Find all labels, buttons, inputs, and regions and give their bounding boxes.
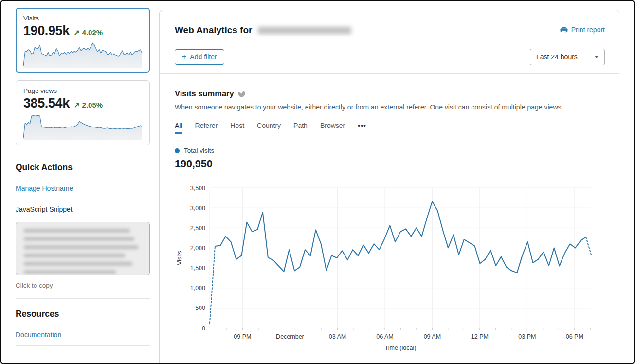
metric-label-visits: Visits <box>23 15 142 22</box>
svg-text:06 PM: 06 PM <box>566 333 583 340</box>
legend-label: Total visits <box>184 147 214 154</box>
metric-card-page-views[interactable]: Page views 385.54k ↗ 2.05% <box>16 80 150 145</box>
svg-text:3,000: 3,000 <box>190 205 205 212</box>
svg-text:03 AM: 03 AM <box>329 333 346 340</box>
metric-delta-value: 4.02% <box>82 28 103 36</box>
redacted-code-line <box>24 270 116 274</box>
divider <box>160 73 619 74</box>
resources-title: Resources <box>16 309 150 319</box>
add-filter-label: Add filter <box>190 53 217 61</box>
tab-referer[interactable]: Referer <box>195 122 218 134</box>
metric-label-page-views: Page views <box>23 87 142 94</box>
click-to-copy-hint: Click to copy <box>16 282 150 289</box>
summary-description: When someone navigates to your website, … <box>175 103 605 111</box>
page-title-text: Web Analytics for <box>175 25 252 36</box>
metric-value-visits: 190.95k <box>23 23 70 38</box>
svg-text:2,000: 2,000 <box>190 245 205 252</box>
redacted-code-line <box>24 254 125 257</box>
visits-time-series-chart[interactable]: 05001,0001,5002,0002,5003,0003,50009 PMD… <box>175 181 605 358</box>
summary-tabs: All Referer Host Country Path Browser ••… <box>175 122 605 134</box>
svg-text:December: December <box>276 333 304 340</box>
legend-dot-icon <box>175 148 180 153</box>
visits-sparkline-chart <box>23 40 142 68</box>
page-title: Web Analytics for <box>175 25 351 36</box>
svg-text:06 AM: 06 AM <box>376 333 393 340</box>
metric-delta-visits: ↗ 4.02% <box>74 28 103 37</box>
tab-country[interactable]: Country <box>257 122 281 134</box>
svg-text:1,500: 1,500 <box>190 265 205 272</box>
metric-card-visits[interactable]: Visits 190.95k ↗ 4.02% <box>16 8 150 73</box>
metric-delta-page-views: ↗ 2.05% <box>74 101 103 109</box>
svg-text:Time (local): Time (local) <box>385 345 417 351</box>
tab-browser[interactable]: Browser <box>320 122 345 134</box>
metric-delta-value: 2.05% <box>82 101 103 109</box>
divider <box>16 345 150 346</box>
redacted-code-line <box>24 237 134 241</box>
print-report-label: Print report <box>571 26 605 34</box>
tab-more[interactable]: ••• <box>358 122 366 134</box>
svg-text:09 PM: 09 PM <box>234 333 251 340</box>
redacted-code-line <box>24 262 132 266</box>
quick-actions-title: Quick Actions <box>16 163 150 173</box>
chart-legend: Total visits <box>175 147 605 154</box>
tab-host[interactable]: Host <box>230 122 244 134</box>
javascript-snippet-box[interactable] <box>16 222 150 275</box>
metric-value-page-views: 385.54k <box>23 96 70 111</box>
tab-all[interactable]: All <box>175 122 182 134</box>
svg-text:2,500: 2,500 <box>190 225 205 232</box>
documentation-link[interactable]: Documentation <box>16 331 150 339</box>
svg-text:0: 0 <box>202 325 205 332</box>
time-range-value: Last 24 hours <box>536 53 578 61</box>
svg-text:3,500: 3,500 <box>190 185 205 192</box>
time-range-select[interactable]: Last 24 hours <box>530 49 605 65</box>
visits-summary-title: Visits summary <box>175 89 234 98</box>
main-panel: Web Analytics for Print report + Add fil… <box>159 10 619 364</box>
pie-chart-icon <box>238 90 245 97</box>
redacted-domain <box>258 27 351 34</box>
add-filter-button[interactable]: + Add filter <box>175 49 224 65</box>
app-frame: Visits 190.95k ↗ 4.02% Page views 385.54… <box>0 0 635 364</box>
svg-text:Visits: Visits <box>176 251 183 265</box>
redacted-code-line <box>24 229 130 233</box>
svg-text:03 PM: 03 PM <box>518 333 536 340</box>
svg-text:09 AM: 09 AM <box>424 333 441 340</box>
trend-up-icon: ↗ <box>74 28 80 36</box>
plus-icon: + <box>182 54 186 60</box>
printer-icon <box>560 26 568 34</box>
redacted-code-line <box>24 245 138 249</box>
total-visits-value: 190,950 <box>175 158 605 170</box>
pageviews-sparkline-chart <box>23 113 142 140</box>
chevron-down-icon <box>595 56 599 58</box>
svg-text:12 PM: 12 PM <box>471 333 489 340</box>
svg-text:500: 500 <box>195 305 205 311</box>
javascript-snippet-label: JavaScript Snippet <box>16 205 150 213</box>
print-report-link[interactable]: Print report <box>560 26 605 34</box>
svg-text:1,000: 1,000 <box>190 285 205 291</box>
tab-path[interactable]: Path <box>293 122 308 134</box>
divider <box>16 298 150 299</box>
sidebar: Visits 190.95k ↗ 4.02% Page views 385.54… <box>16 8 150 346</box>
divider <box>16 199 150 199</box>
trend-up-icon: ↗ <box>74 101 80 109</box>
manage-hostname-link[interactable]: Manage Hostname <box>16 184 150 192</box>
